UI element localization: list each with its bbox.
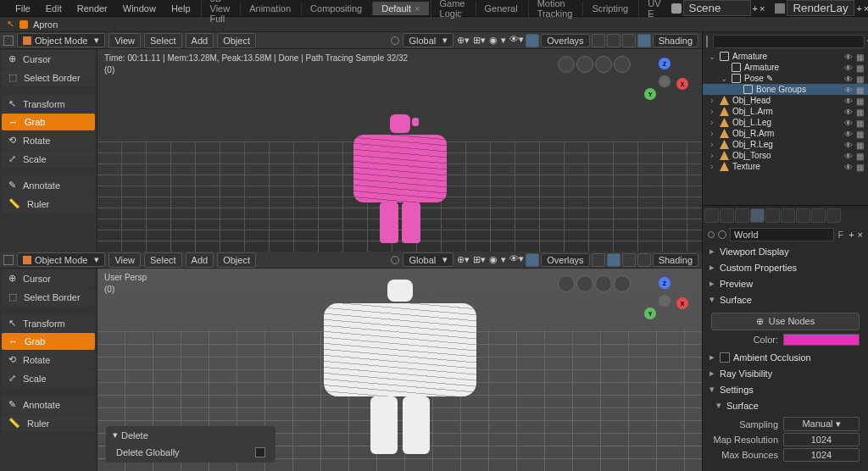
pivot-icon[interactable]: ⊕▾ <box>457 254 470 265</box>
tool-cursor[interactable]: ⊕Cursor <box>2 269 95 287</box>
outliner-row[interactable]: ›Obj_R.Arm👁▦ <box>703 128 868 139</box>
workspace-tab[interactable]: Motion Tracking <box>528 0 581 20</box>
sampling-dropdown[interactable]: Manual ▾ <box>783 417 860 431</box>
tool-rotate[interactable]: ⟲Rotate <box>2 131 95 149</box>
header-menu-add[interactable]: Add <box>186 33 214 48</box>
panel-settings[interactable]: ▾Settings <box>704 381 866 397</box>
character-mesh-rendered[interactable] <box>353 114 447 243</box>
expand-icon[interactable]: › <box>708 140 716 149</box>
scene-name-input[interactable] <box>683 0 751 16</box>
overlay-btn[interactable] <box>558 275 575 292</box>
remove-layer-icon[interactable]: × <box>864 3 868 14</box>
restrict-icon[interactable]: ▦ <box>856 119 865 127</box>
header-menu-select[interactable]: Select <box>144 33 182 48</box>
prop-tab[interactable] <box>781 208 795 223</box>
tool-grab[interactable]: ↔Grab <box>2 114 95 130</box>
prop-tab[interactable] <box>704 208 719 223</box>
axis-x[interactable]: X <box>676 78 688 90</box>
eye-icon[interactable]: 👁 <box>844 108 853 116</box>
menu-file[interactable]: File <box>8 2 37 15</box>
mode-dropdown[interactable]: Object Mode▾ <box>17 33 105 47</box>
wire-shade[interactable] <box>592 253 605 267</box>
eye-icon[interactable]: 👁 <box>844 119 853 127</box>
workspace-tab[interactable]: Game Logic <box>431 0 474 20</box>
renderlayer-input[interactable] <box>787 0 854 16</box>
editor-type-icon[interactable] <box>3 255 14 265</box>
visibility-icon[interactable]: 👁▾ <box>509 34 524 47</box>
expand-icon[interactable]: › <box>708 129 716 138</box>
overlay-btn[interactable] <box>558 56 575 73</box>
overlay-btn[interactable] <box>576 56 593 73</box>
add-scene-icon[interactable]: + <box>753 3 758 14</box>
use-nodes-button[interactable]: ⊕Use Nodes <box>711 313 860 330</box>
tool-select-border[interactable]: ⬚Select Border <box>2 69 95 86</box>
workspace-tab[interactable]: General <box>476 2 526 15</box>
tool-annotate[interactable]: ✎Annotate <box>2 396 95 413</box>
axis-z[interactable]: Z <box>659 58 670 69</box>
tool-grab[interactable]: ↔Grab <box>2 333 95 350</box>
add-layer-icon[interactable]: + <box>856 3 861 14</box>
outliner-row[interactable]: ›Obj_R.Leg👁▦ <box>703 139 868 150</box>
panel-ray-visibility[interactable]: ▸Ray Visibility <box>704 365 866 381</box>
axis-y[interactable]: Y <box>644 88 656 100</box>
eye-icon[interactable]: 👁 <box>844 75 853 83</box>
restrict-icon[interactable]: ▦ <box>856 97 865 105</box>
orientation-dropdown[interactable]: Global▾ <box>403 252 453 267</box>
menu-render[interactable]: Render <box>70 2 114 15</box>
expand-icon[interactable]: › <box>708 107 716 116</box>
axis-x[interactable]: X <box>676 297 688 309</box>
visibility-icon[interactable]: 👁▾ <box>509 253 524 267</box>
expand-icon[interactable]: › <box>708 118 716 127</box>
overlay-btn[interactable] <box>576 275 593 292</box>
panel-custom-props[interactable]: ▸Custom Properties <box>704 259 866 275</box>
menu-window[interactable]: Window <box>116 2 163 15</box>
axis-z[interactable]: Z <box>659 277 670 289</box>
restrict-icon[interactable]: ▦ <box>856 75 865 83</box>
menu-help[interactable]: Help <box>164 2 198 15</box>
outliner-row[interactable]: ›Texture👁▦ <box>703 161 868 172</box>
viewport-3d-top[interactable]: Time: 00:11.11 | Mem:13.28M, Peak:13.58M… <box>97 49 702 252</box>
overlay-toggle[interactable] <box>526 253 539 267</box>
matcap-shade[interactable] <box>622 34 636 47</box>
outliner-row[interactable]: Armature👁▦ <box>703 62 868 73</box>
editor-type-icon[interactable] <box>706 36 708 47</box>
solid-shade[interactable] <box>607 253 620 267</box>
restrict-icon[interactable]: ▦ <box>856 130 865 138</box>
matcap-shade[interactable] <box>622 253 636 267</box>
ao-checkbox[interactable] <box>720 352 730 363</box>
tool-scale[interactable]: ⤢Scale <box>2 369 95 387</box>
restrict-icon[interactable]: ▦ <box>856 53 865 61</box>
close-icon[interactable]: × <box>415 3 420 14</box>
tool-transform[interactable]: ↖Transform <box>2 314 95 332</box>
outliner-row[interactable]: ›Obj_L.Arm👁▦ <box>703 106 868 117</box>
workspace-tab[interactable]: UV E <box>638 0 669 20</box>
tool-cursor[interactable]: ⊕Cursor <box>2 50 95 68</box>
expand-icon[interactable]: ⌄ <box>720 74 728 83</box>
outliner-row[interactable]: ⌄Armature👁▦ <box>703 51 868 62</box>
tool-rotate[interactable]: ⟲Rotate <box>2 351 95 368</box>
panel-preview[interactable]: ▸Preview <box>704 275 866 291</box>
prop-tab[interactable] <box>735 208 749 223</box>
eye-icon[interactable]: 👁 <box>844 64 853 72</box>
chevron-down-icon[interactable]: ▾ <box>501 254 506 265</box>
rendered-shade[interactable] <box>637 34 651 47</box>
expand-icon[interactable]: › <box>708 151 716 160</box>
outliner-search-input[interactable] <box>713 35 865 48</box>
eye-icon[interactable]: 👁 <box>844 53 853 61</box>
restrict-icon[interactable]: ▦ <box>856 108 865 116</box>
eye-icon[interactable]: 👁 <box>844 97 853 105</box>
prop-tab[interactable] <box>826 208 841 223</box>
expand-icon[interactable]: › <box>708 96 716 105</box>
workspace-tab[interactable]: Compositing <box>301 2 370 15</box>
expand-icon[interactable]: ⌄ <box>708 52 716 61</box>
outliner-row[interactable]: ⌄Pose ✎👁▦ <box>703 73 868 84</box>
nav-gizmo[interactable]: Z X Y <box>641 58 688 105</box>
proportional-icon[interactable]: ◉ <box>489 254 498 265</box>
prop-tab[interactable] <box>796 208 810 223</box>
menu-edit[interactable]: Edit <box>39 2 69 15</box>
panel-viewport-display[interactable]: ▸Viewport Display <box>704 243 866 259</box>
chevron-down-icon[interactable]: ▾ <box>501 35 506 46</box>
eye-icon[interactable]: 👁 <box>844 130 853 138</box>
remove-icon[interactable]: × <box>858 230 863 240</box>
restrict-icon[interactable]: ▦ <box>856 141 865 149</box>
